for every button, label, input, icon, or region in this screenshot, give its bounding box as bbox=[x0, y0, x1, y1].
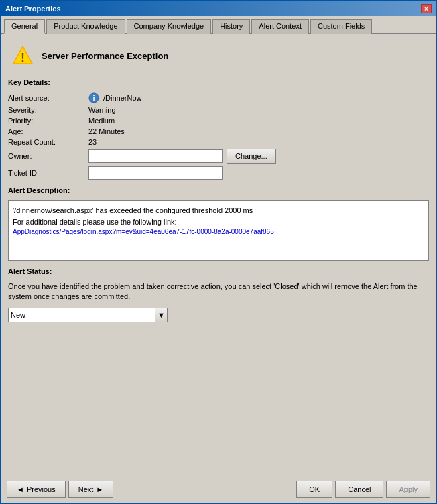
ticket-label: Ticket ID: bbox=[8, 169, 88, 177]
tab-company-knowledge[interactable]: Company Knowledge bbox=[127, 19, 212, 34]
description-text-line1: '/dinnernow/search.aspx' has exceeded th… bbox=[13, 205, 424, 216]
nav-buttons: ◄ Previous Next ► bbox=[7, 481, 113, 498]
close-button[interactable]: × bbox=[421, 4, 432, 13]
repeat-count-row: Repeat Count: 23 bbox=[8, 138, 429, 146]
status-select[interactable]: New Acknowledged Closed bbox=[8, 308, 155, 322]
description-section: Alert Description: '/dinnernow/search.as… bbox=[8, 186, 429, 261]
apply-button[interactable]: Apply bbox=[386, 481, 430, 498]
severity-row: Severity: Warning bbox=[8, 106, 429, 114]
action-buttons: OK Cancel Apply bbox=[296, 481, 430, 498]
description-label: Alert Description: bbox=[8, 186, 429, 196]
priority-label: Priority: bbox=[8, 117, 88, 125]
age-value: 22 Minutes bbox=[88, 127, 125, 135]
tabs-bar: General Product Knowledge Company Knowle… bbox=[1, 16, 436, 34]
status-dropdown-wrapper: New Acknowledged Closed ▼ bbox=[8, 308, 168, 322]
previous-button[interactable]: ◄ Previous bbox=[7, 481, 66, 498]
prev-arrow-icon: ◄ bbox=[17, 485, 24, 493]
owner-label: Owner: bbox=[8, 152, 88, 160]
owner-input[interactable] bbox=[88, 149, 223, 163]
svg-text:!: ! bbox=[21, 51, 25, 64]
tab-general[interactable]: General bbox=[4, 19, 45, 34]
source-value: /DinnerNow bbox=[103, 94, 141, 102]
tab-alert-context[interactable]: Alert Context bbox=[251, 19, 309, 34]
warning-icon: ! bbox=[12, 45, 34, 66]
alert-properties-window: Alert Properties × General Product Knowl… bbox=[0, 0, 437, 504]
source-icon: i bbox=[88, 92, 99, 103]
status-label: Alert Status: bbox=[8, 267, 429, 277]
age-label: Age: bbox=[8, 127, 88, 135]
ok-button[interactable]: OK bbox=[296, 481, 332, 498]
tab-product-knowledge[interactable]: Product Knowledge bbox=[46, 19, 125, 34]
cancel-button[interactable]: Cancel bbox=[335, 481, 383, 498]
repeat-count-value: 23 bbox=[88, 138, 97, 146]
next-arrow-icon: ► bbox=[96, 485, 103, 493]
priority-value: Medium bbox=[88, 117, 115, 125]
svg-text:i: i bbox=[92, 94, 95, 102]
status-dropdown-container: New Acknowledged Closed ▼ bbox=[8, 308, 429, 322]
next-label: Next bbox=[78, 485, 94, 493]
owner-row: Owner: Change... bbox=[8, 149, 429, 164]
window-title: Alert Properties bbox=[5, 5, 61, 13]
priority-row: Priority: Medium bbox=[8, 117, 429, 125]
tab-history[interactable]: History bbox=[212, 19, 250, 34]
status-description: Once you have identified the problem and… bbox=[8, 281, 429, 302]
key-details-label: Key Details: bbox=[8, 78, 429, 88]
alert-header: ! Server Performance Exception bbox=[8, 41, 429, 70]
change-button[interactable]: Change... bbox=[227, 149, 276, 164]
content-area: ! Server Performance Exception Key Detai… bbox=[1, 34, 436, 475]
dropdown-arrow-icon[interactable]: ▼ bbox=[155, 308, 168, 322]
severity-label: Severity: bbox=[8, 106, 88, 114]
source-label: Alert source: bbox=[8, 94, 88, 102]
ticket-input[interactable] bbox=[88, 166, 223, 180]
tab-custom-fields[interactable]: Custom Fields bbox=[310, 19, 372, 34]
next-button[interactable]: Next ► bbox=[68, 481, 114, 498]
bottom-bar: ◄ Previous Next ► OK Cancel Apply bbox=[1, 475, 436, 503]
alert-title: Server Performance Exception bbox=[42, 51, 168, 61]
title-bar: Alert Properties × bbox=[1, 1, 436, 16]
repeat-count-label: Repeat Count: bbox=[8, 138, 88, 146]
severity-value: Warning bbox=[88, 106, 116, 114]
key-details-section: Key Details: Alert source: i /DinnerNow … bbox=[8, 78, 429, 180]
age-row: Age: 22 Minutes bbox=[8, 127, 429, 135]
alert-source-row: Alert source: i /DinnerNow bbox=[8, 92, 429, 103]
description-text-line2: For additional details please use the fo… bbox=[13, 216, 424, 228]
ticket-row: Ticket ID: bbox=[8, 166, 429, 180]
description-box: '/dinnernow/search.aspx' has exceeded th… bbox=[8, 200, 429, 261]
status-section: Alert Status: Once you have identified t… bbox=[8, 267, 429, 322]
previous-label: Previous bbox=[27, 485, 56, 493]
description-link[interactable]: AppDiagnostics/Pages/login.aspx?m=ev&uid… bbox=[13, 228, 274, 235]
